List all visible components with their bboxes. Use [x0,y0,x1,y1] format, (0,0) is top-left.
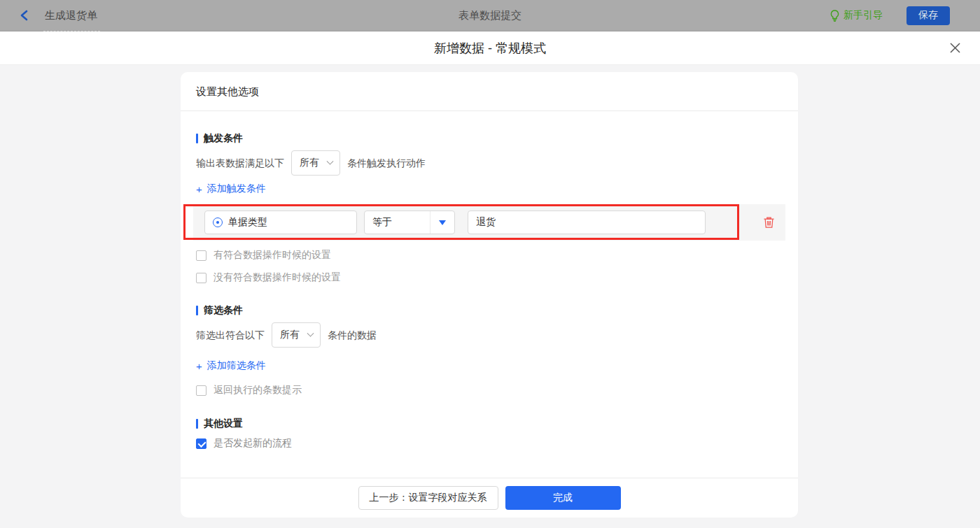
topbar-actions: 新手引导 保存 [830,6,950,25]
chevron-down-icon [307,329,314,336]
other-heading-label: 其他设置 [204,418,243,430]
add-trigger-condition-label: 添加触发条件 [207,183,266,195]
checkbox-row-new-flow[interactable]: 是否发起新的流程 [196,435,292,452]
back-chevron-icon [20,10,29,21]
section-bar [196,419,198,429]
page-title: 表单数据提交 [458,9,522,22]
filter-sentence-prefix: 筛选出符合以下 [196,322,265,348]
delete-condition-button[interactable] [763,216,775,229]
add-filter-condition-link[interactable]: + 添加筛选条件 [196,359,266,372]
trash-icon [763,216,775,229]
section-bar [196,306,198,315]
condition-value-input[interactable]: 退货 [468,211,706,234]
filter-sentence-suffix: 条件的数据 [328,322,377,348]
trigger-match-select-value: 所有 [300,157,319,169]
trigger-sentence-prefix: 输出表数据满足以下 [196,150,284,176]
checkbox-row-no-match[interactable]: 没有符合数据操作时候的设置 [196,269,341,286]
settings-card: 设置其他选项 触发条件 输出表数据满足以下 所有 条件触发执行动作 + 添加触发… [181,72,798,518]
checkbox-no-match-label: 没有符合数据操作时候的设置 [214,271,341,284]
condition-operator-value: 等于 [365,211,430,234]
checkbox-unchecked-icon [196,385,206,396]
plus-icon: + [196,360,202,372]
filter-heading-label: 筛选条件 [204,304,243,317]
add-trigger-condition-link[interactable]: + 添加触发条件 [196,183,266,195]
checkbox-checked-icon [196,438,206,449]
save-button[interactable]: 保存 [906,6,950,25]
filter-match-select-value: 所有 [280,329,300,341]
beginner-guide-label: 新手引导 [844,9,883,22]
chevron-down-icon [327,157,334,164]
card-content: 触发条件 输出表数据满足以下 所有 条件触发执行动作 + 添加触发条件 单据类型… [181,111,798,478]
lightbulb-icon [830,10,839,22]
card-footer: 上一步：设置字段对应关系 完成 [181,478,798,518]
back-page-title[interactable]: 生成退货单 [45,9,97,22]
trigger-condition-sentence: 输出表数据满足以下 所有 条件触发执行动作 [196,150,783,176]
checkbox-row-has-match[interactable]: 有符合数据操作时候的设置 [196,247,331,264]
other-section-heading: 其他设置 [196,418,783,430]
checkbox-count-tip-label: 返回执行的条数提示 [214,384,302,397]
card-header-title: 设置其他选项 [181,72,798,111]
checkbox-unchecked-icon [196,250,206,261]
condition-value-text: 退货 [476,216,496,229]
modal-title: 新增数据 - 常规模式 [434,40,546,57]
top-bar: 生成退货单 表单数据提交 新手引导 保存 [0,0,980,31]
dropdown-triangle-icon [439,220,446,225]
beginner-guide-link[interactable]: 新手引导 [830,9,883,22]
trigger-sentence-suffix: 条件触发执行动作 [347,150,426,176]
radio-field-icon [213,217,223,227]
trigger-condition-row: 单据类型 等于 退货 [193,204,785,241]
operator-arrow-zone [430,211,454,234]
filter-section-heading: 筛选条件 [196,304,783,317]
plus-icon: + [196,183,202,195]
filter-match-select[interactable]: 所有 [272,322,321,348]
section-bar [196,134,198,143]
done-button[interactable]: 完成 [505,486,621,510]
close-icon[interactable] [948,41,962,55]
prev-step-button[interactable]: 上一步：设置字段对应关系 [358,486,498,510]
trigger-match-select[interactable]: 所有 [291,150,340,176]
trigger-heading-label: 触发条件 [204,132,243,145]
filter-condition-sentence: 筛选出符合以下 所有 条件的数据 [196,322,783,348]
modal-header: 新增数据 - 常规模式 [0,31,980,65]
condition-field-input[interactable]: 单据类型 [204,211,357,234]
trigger-section-heading: 触发条件 [196,132,783,145]
condition-field-value: 单据类型 [228,216,267,229]
add-filter-condition-label: 添加筛选条件 [207,359,266,372]
condition-operator-select[interactable]: 等于 [364,211,455,234]
checkbox-unchecked-icon [196,273,206,283]
back-button[interactable] [20,10,29,21]
checkbox-row-count-tip[interactable]: 返回执行的条数提示 [196,382,302,399]
checkbox-has-match-label: 有符合数据操作时候的设置 [214,249,331,262]
checkbox-new-flow-label: 是否发起新的流程 [214,437,292,450]
